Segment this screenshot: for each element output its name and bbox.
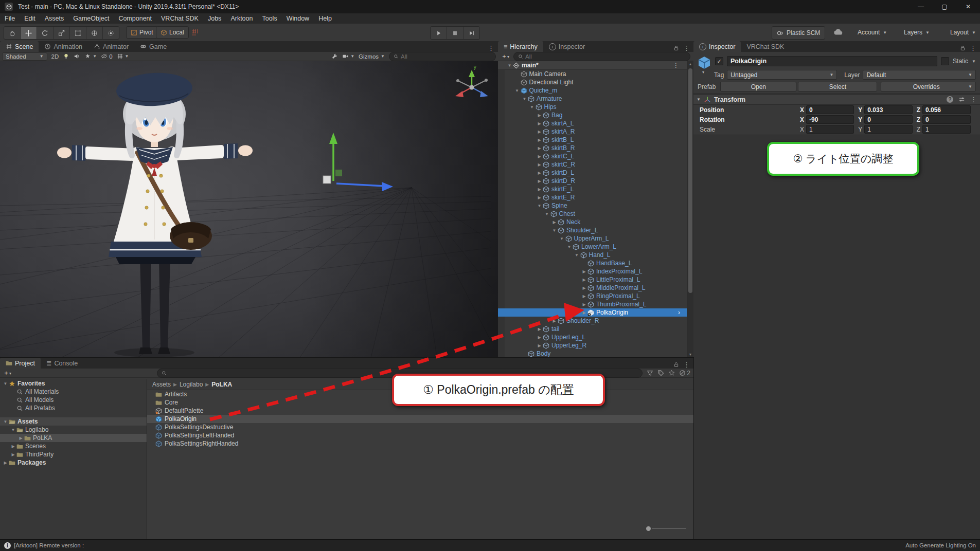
expander-icon[interactable]: ▶ (536, 130, 543, 134)
scene-viewport[interactable]: y (0, 61, 498, 357)
expander-icon[interactable]: ▶ (581, 294, 587, 299)
static-checkbox[interactable] (941, 57, 949, 65)
expander-icon[interactable]: ▶ (536, 327, 543, 332)
active-checkbox[interactable]: ✓ (715, 57, 723, 65)
position-z-field[interactable]: 0.056 (922, 105, 971, 114)
hierarchy-item-skirtb-l[interactable]: ▶skirtB_L (498, 136, 687, 144)
pause-button[interactable] (447, 27, 464, 39)
expander-icon[interactable]: ▶ (536, 162, 543, 167)
asset-polkasettingsrighthanded[interactable]: PolkaSettingsRightHanded (147, 439, 693, 448)
panel-menu-icon[interactable]: ⋮ (683, 44, 690, 52)
menu-vrchat-sdk[interactable]: VRChat SDK (156, 13, 203, 24)
menu-help[interactable]: Help (314, 13, 336, 24)
scene-camera-dropdown[interactable]: ▼ (342, 53, 354, 60)
project-tree-thirdparty[interactable]: ▶ThirdParty (0, 450, 147, 458)
hierarchy-item-tail[interactable]: ▶tail (498, 325, 687, 333)
scale-z-field[interactable]: 1 (922, 125, 971, 134)
hierarchy-item-ringproximal-l[interactable]: ▶RingProximal_L (498, 292, 687, 300)
scene-tab-scene[interactable]: Scene (0, 41, 39, 52)
expander-icon[interactable]: ▶ (536, 187, 543, 192)
hierarchy-item-chest[interactable]: ▼Chest (498, 210, 687, 218)
hierarchy-item-skirta-l[interactable]: ▶skirtA_L (498, 119, 687, 127)
rotation-y-field[interactable]: 0 (864, 115, 912, 124)
expander-icon[interactable]: ▶ (581, 269, 587, 274)
audio-toggle-icon[interactable] (74, 53, 80, 60)
hierarchy-item-skirtc-l[interactable]: ▶skirtC_L (498, 152, 687, 160)
project-tree-assets[interactable]: ▼Assets (0, 417, 147, 426)
prefab-select-button[interactable]: Select (798, 82, 877, 91)
hierarchy-item-armature[interactable]: ▼Armature (498, 95, 687, 103)
expander-icon[interactable]: ▶ (17, 436, 24, 440)
expander-icon[interactable]: ▼ (521, 97, 528, 101)
hierarchy-item-skirtc-r[interactable]: ▶skirtC_R (498, 160, 687, 169)
scale-tool-button[interactable] (54, 27, 70, 39)
expander-icon[interactable]: ▶ (2, 461, 9, 465)
cloud-icon[interactable] (833, 28, 844, 37)
project-tree-logilabo[interactable]: ▼Logilabo (0, 426, 147, 434)
expander-icon[interactable]: ▼ (574, 253, 580, 258)
help-icon[interactable]: ? (947, 96, 953, 103)
expander-icon[interactable]: ▼ (551, 228, 558, 233)
breadcrumb-item[interactable]: Logilabo (180, 381, 203, 388)
project-tree-favorites[interactable]: ▼Favorites (0, 379, 147, 388)
layout-dropdown[interactable]: Layout▼ (946, 26, 980, 39)
inspector-tab-inspector[interactable]: iInspector (693, 41, 741, 52)
expander-icon[interactable]: ▶ (536, 146, 543, 151)
scene-tab-animation[interactable]: Animation (39, 41, 88, 52)
expander-icon[interactable]: ▶ (536, 138, 543, 142)
2d-toggle[interactable]: 2D (51, 53, 59, 60)
grid-snap-icon[interactable] (191, 28, 199, 38)
foldout-icon[interactable]: ▼ (697, 97, 701, 102)
expander-icon[interactable]: ▼ (10, 428, 16, 432)
account-dropdown[interactable]: Account▼ (853, 26, 892, 39)
lighting-toggle-icon[interactable] (63, 53, 69, 60)
scene-visibility-toggle[interactable]: 0 (101, 53, 112, 60)
expander-icon[interactable]: ▶ (10, 444, 16, 449)
asset-polkasettingsdestructive[interactable]: PolkaSettingsDestructive (147, 423, 693, 431)
asset-defaultpalette[interactable]: DefaultPalette (147, 407, 693, 415)
hierarchy-item-shoulder-r[interactable]: ▶Shoulder_R (498, 317, 687, 325)
hierarchy-item-skirte-r[interactable]: ▶skirtE_R (498, 193, 687, 201)
expander-icon[interactable]: ▶ (536, 121, 543, 126)
asset-polkasettingslefthanded[interactable]: PolkaSettingsLeftHanded (147, 431, 693, 439)
prefab-open-chevron[interactable]: › (678, 309, 680, 316)
hierarchy-item-upperleg-r[interactable]: ▶UpperLeg_R (498, 341, 687, 350)
hierarchy-item-spine[interactable]: ▼Spine (498, 201, 687, 210)
scene-tab-animator[interactable]: Animator (88, 41, 134, 52)
menu-jobs[interactable]: Jobs (203, 13, 226, 24)
scale-y-field[interactable]: 1 (864, 125, 912, 134)
scale-x-field[interactable]: 1 (806, 125, 854, 134)
project-tree-all-models[interactable]: All Models (0, 396, 147, 404)
minimize-button[interactable]: — (909, 0, 933, 13)
hierarchy-item-hand-l[interactable]: ▼Hand_L (498, 251, 687, 259)
hierarchy-scrollbar[interactable]: ▲ ▼ (687, 61, 693, 357)
expander-icon[interactable]: ▶ (581, 302, 587, 307)
expander-icon[interactable]: ▶ (536, 195, 543, 200)
saved-search-star-icon[interactable] (668, 370, 675, 376)
custom-tool-button[interactable] (103, 27, 119, 39)
menu-file[interactable]: File (0, 13, 20, 24)
rect-tool-button[interactable] (70, 27, 86, 39)
effects-dropdown[interactable]: ▼ (84, 53, 97, 60)
layers-dropdown[interactable]: Layers▼ (899, 26, 934, 39)
hierarchy-item-upperarm-l[interactable]: ▼UpperArm_L (498, 234, 687, 243)
component-menu-icon[interactable]: ⋮ (970, 96, 977, 103)
expander-icon[interactable]: ▶ (581, 286, 587, 290)
menu-tools[interactable]: Tools (257, 13, 281, 24)
maximize-button[interactable]: ▢ (933, 0, 956, 13)
hierarchy-item-skirta-r[interactable]: ▶skirtA_R (498, 127, 687, 136)
scene-tools-icon[interactable] (331, 53, 338, 60)
expander-icon[interactable]: ▶ (10, 452, 16, 457)
expander-icon[interactable]: ▶ (536, 154, 543, 159)
hierarchy-item-indexproximal-l[interactable]: ▶IndexProximal_L (498, 267, 687, 276)
hierarchy-item-upperleg-l[interactable]: ▶UpperLeg_L (498, 333, 687, 341)
step-button[interactable] (464, 27, 479, 39)
project-tree-polka[interactable]: ▶PoLKA (0, 434, 147, 442)
hierarchy-item-lowerarm-l[interactable]: ▼LowerArm_L (498, 243, 687, 251)
hidden-packages-toggle[interactable]: 2 (679, 370, 690, 377)
prefab-overrides-dropdown[interactable]: Overrides▼ (881, 82, 976, 91)
expander-icon[interactable]: ▼ (2, 419, 9, 424)
expander-icon[interactable]: ▼ (536, 204, 543, 208)
hierarchy-item-directional-light[interactable]: Directional Light (498, 78, 687, 86)
position-x-field[interactable]: 0 (806, 105, 854, 114)
